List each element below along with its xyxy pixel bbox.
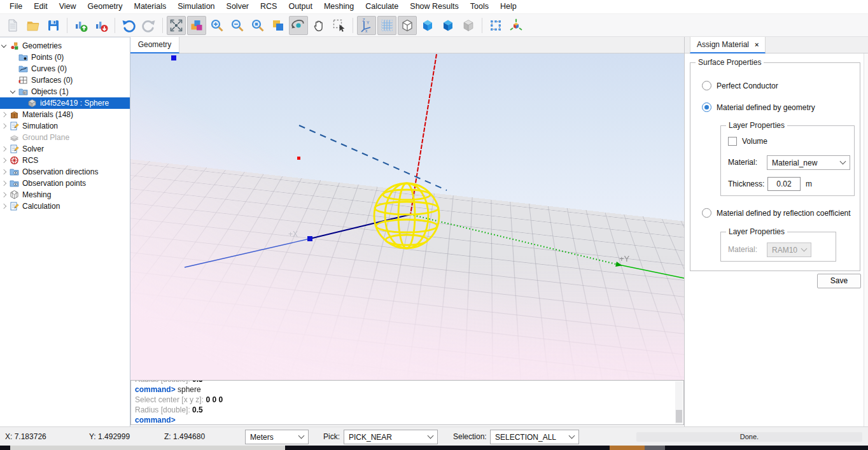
selection-handles-button[interactable] — [486, 16, 505, 35]
menu-simulation[interactable]: Simulation — [172, 0, 220, 13]
menu-show-results[interactable]: Show Results — [404, 0, 464, 13]
cube-solid-blue-button[interactable] — [418, 16, 437, 35]
redo-button[interactable] — [139, 16, 158, 35]
tree-item-materials-148[interactable]: Materials (148) — [0, 109, 130, 120]
axis-y-extension — [616, 264, 684, 278]
tab-assign-material[interactable]: Assign Material × — [690, 37, 766, 53]
tree-item-curves-0[interactable]: Curves (0) — [0, 63, 130, 74]
menu-edit[interactable]: Edit — [28, 0, 53, 13]
tree-item-objects-1[interactable]: Objects (1) — [0, 86, 130, 97]
orbit-rotate-button[interactable] — [289, 16, 308, 35]
tree-item-points-0[interactable]: Points (0) — [0, 52, 130, 63]
tree-item-label: Materials (148) — [22, 110, 73, 119]
tree-expander[interactable] — [0, 181, 9, 185]
radio-material-by-geometry[interactable]: Material defined by geometry — [702, 102, 815, 112]
tree-item-surfaces-0[interactable]: Surfaces (0) — [0, 74, 130, 86]
material-select-1[interactable]: Material_new — [767, 155, 850, 170]
tree-item-observation-points[interactable]: Observation points — [0, 178, 130, 189]
svg-text:x: x — [365, 28, 368, 32]
new-document-button[interactable] — [3, 16, 22, 35]
view-cubes-button[interactable] — [187, 16, 206, 35]
menu-geometry[interactable]: Geometry — [82, 0, 129, 13]
curves-folder-icon — [18, 64, 29, 74]
cube-shaded-blue-button[interactable] — [438, 16, 458, 35]
tab-geometry[interactable]: Geometry — [130, 37, 179, 53]
tree-item-simulation[interactable]: Simulation — [0, 120, 130, 132]
zoom-window-button[interactable] — [248, 16, 267, 35]
cube-solid-blue-icon — [420, 18, 435, 33]
open-folder-button[interactable] — [24, 16, 43, 35]
thickness-input[interactable] — [767, 177, 801, 191]
tree-item-ground-plane[interactable]: Ground Plane — [0, 132, 130, 143]
tree-item-calculation[interactable]: Calculation — [0, 200, 130, 212]
zoom-in-button[interactable] — [207, 16, 227, 35]
menu-output[interactable]: Output — [283, 0, 318, 13]
radio-perfect-conductor-circle[interactable] — [702, 81, 711, 90]
menu-meshing[interactable]: Meshing — [318, 0, 360, 13]
select-rect-button[interactable] — [330, 16, 349, 35]
viewport-canvas[interactable]: +Y +X — [130, 53, 684, 380]
export-down-button[interactable] — [92, 16, 111, 35]
tree-expander[interactable] — [0, 193, 9, 197]
tree-expander[interactable] — [0, 124, 9, 128]
tree-expander[interactable] — [0, 158, 9, 162]
zoom-out-button[interactable] — [228, 16, 247, 35]
axes-triad-button[interactable]: ZYx — [357, 16, 376, 35]
console-scrollbar-thumb[interactable] — [676, 410, 682, 423]
volume-checkbox-row[interactable]: Volume — [728, 137, 767, 146]
menu-solver[interactable]: Solver — [221, 0, 255, 13]
tree-item-solver[interactable]: Solver — [0, 143, 130, 155]
view-cubes-icon — [189, 18, 204, 33]
tree-item-id4f52e419-sphere[interactable]: id4f52e419 : Sphere — [0, 97, 130, 109]
tree-expander[interactable] — [0, 170, 9, 174]
menu-view[interactable]: View — [53, 0, 82, 13]
tree-item-label: Meshing — [22, 190, 51, 199]
coord-y: Y: 1.492999 — [89, 427, 130, 446]
tree-item-label: Surfaces (0) — [31, 76, 73, 85]
tree-item-rcs[interactable]: RCS — [0, 155, 130, 166]
tree-expander[interactable] — [9, 91, 18, 93]
menu-calculate[interactable]: Calculate — [360, 0, 404, 13]
close-icon[interactable]: × — [755, 41, 759, 48]
tree-item-geometries[interactable]: Geometries — [0, 40, 130, 52]
thickness-row: Thickness: — [728, 179, 764, 188]
radio-material-by-reflection-circle[interactable] — [702, 208, 711, 218]
tree-expander[interactable] — [0, 113, 9, 116]
grid-toggle-button[interactable] — [377, 16, 396, 35]
menu-tools[interactable]: Tools — [465, 0, 494, 13]
material-select-2[interactable]: RAM10 — [767, 243, 811, 257]
command-console[interactable]: Radius [double]: 0.5command> sphereSelec… — [130, 380, 684, 425]
import-up-button[interactable] — [71, 16, 90, 35]
menu-rcs[interactable]: RCS — [255, 0, 283, 13]
cube-gray-icon — [461, 18, 476, 33]
tree-expander[interactable] — [0, 147, 9, 151]
radio-perfect-conductor[interactable]: Perfect Conductor — [702, 81, 778, 90]
save-button[interactable] — [44, 16, 63, 35]
undo-button[interactable] — [119, 16, 138, 35]
volume-checkbox[interactable] — [728, 137, 737, 146]
tree-expander[interactable] — [0, 45, 9, 47]
menu-help[interactable]: Help — [494, 0, 522, 13]
selection-select[interactable]: SELECTION_ALL — [490, 430, 579, 444]
radio-material-by-geometry-circle[interactable] — [702, 102, 711, 112]
save-button[interactable]: Save — [817, 274, 861, 288]
pan-button[interactable] — [309, 16, 328, 35]
tree-item-meshing[interactable]: Meshing — [0, 189, 130, 200]
pick-select-value: PICK_NEAR — [349, 433, 392, 442]
fit-view-button[interactable] — [167, 16, 186, 35]
pick-select[interactable]: PICK_NEAR — [344, 430, 438, 444]
menu-materials[interactable]: Materials — [128, 0, 172, 13]
panel-scrollbar[interactable] — [864, 53, 868, 426]
axis-y-line — [410, 214, 616, 264]
tree-expander[interactable] — [0, 204, 9, 208]
menu-file[interactable]: File — [4, 0, 28, 13]
color-swap-button[interactable] — [269, 16, 288, 35]
radio-material-by-reflection[interactable]: Material defined by reflection coefficie… — [702, 208, 851, 218]
cube-gray-button[interactable] — [459, 16, 478, 35]
tree-item-observation-directions[interactable]: Observation directions — [0, 166, 130, 178]
axis-x-handle-point[interactable] — [307, 236, 312, 241]
units-select[interactable]: Meters — [245, 430, 309, 444]
console-scrollbar[interactable] — [675, 381, 683, 424]
axes-cube-button[interactable] — [507, 16, 526, 35]
wireframe-cube-button[interactable] — [398, 16, 417, 35]
